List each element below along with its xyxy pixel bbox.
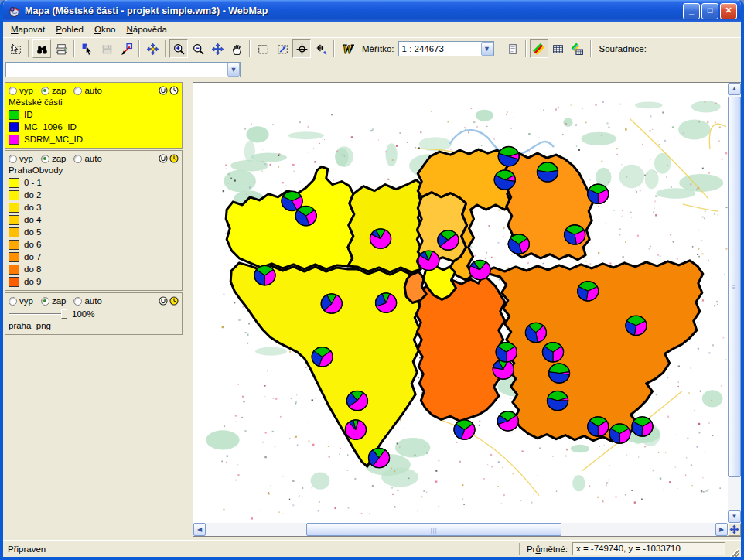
clock-icon[interactable] [169,296,179,306]
map-viewport[interactable] [193,83,728,523]
select-region-button[interactable] [6,39,25,58]
zoom-selection-button[interactable] [273,39,292,58]
table-button[interactable] [549,39,568,58]
pie-chart-marker[interactable] [542,343,563,362]
scroll-left-icon[interactable]: ◀ [193,523,206,536]
pie-chart-marker[interactable] [346,391,367,410]
menu-item-mapovat[interactable]: Mapovat [5,23,50,36]
horizontal-scrollbar[interactable]: ◀ ||| ▶ [193,523,728,536]
pan-arrows-button[interactable] [208,39,227,58]
maximize-button[interactable]: □ [701,3,718,19]
layer-panel-prahaobvody[interactable]: vyp zap auto PrahaObvody 0 - 1do 2do 3do… [5,150,183,291]
slider-handle[interactable] [61,309,67,319]
resize-grip[interactable] [728,545,739,557]
pie-chart-marker[interactable] [525,323,546,342]
pie-chart-marker[interactable] [438,230,459,250]
pie-chart-marker[interactable] [498,147,519,166]
pie-chart-marker[interactable] [565,225,585,244]
print-button[interactable] [52,39,70,58]
chevron-down-icon[interactable]: ▼ [481,42,493,56]
legend-button[interactable] [530,39,548,58]
pie-chart-marker[interactable] [321,294,342,313]
pan-corner-button[interactable] [728,523,741,536]
district-obvod-south[interactable] [416,275,504,421]
radio-zap[interactable]: zap [41,86,67,95]
pie-chart-marker[interactable] [454,420,475,439]
pie-chart-marker[interactable] [295,206,316,225]
info-icon[interactable] [159,296,168,306]
save-button[interactable] [97,39,116,58]
pie-chart-marker[interactable] [493,360,514,379]
pie-chart-marker[interactable] [588,417,609,436]
radio-auto[interactable]: auto [73,296,101,306]
move-node-button[interactable] [143,39,162,58]
clock-icon[interactable] [169,154,179,163]
pie-chart-marker[interactable] [609,424,630,443]
zoom-in-button[interactable] [169,39,188,58]
report-button[interactable] [503,39,522,58]
info-icon[interactable] [159,86,168,95]
scroll-down-icon[interactable]: ▼ [728,510,741,523]
pie-chart-marker[interactable] [588,184,609,203]
horizontal-scroll-thumb[interactable]: ||| [306,523,561,536]
scale-combobox[interactable]: 1 : 244673▼ [398,41,494,56]
menu-item-okno[interactable]: Okno [89,23,121,36]
layer-panel-mestske-casti[interactable]: vyp zap auto Městské části IDMC_1096_IDS… [5,82,183,149]
menu-item-npovda[interactable]: Nápověda [121,23,172,36]
pie-chart-marker[interactable] [508,234,529,254]
radio-auto[interactable]: auto [73,154,101,163]
prague-map[interactable] [193,83,728,523]
vertical-scrollbar[interactable]: ▲ ≡ ▼ [728,83,741,523]
pie-chart-marker[interactable] [312,347,333,367]
legend-table-button[interactable] [568,39,587,58]
full-extent-button[interactable] [254,39,272,58]
pie-chart-marker[interactable] [494,170,515,190]
close-button[interactable]: ✕ [720,3,737,19]
pie-chart-marker[interactable] [345,420,366,439]
pie-chart-marker[interactable] [547,391,568,410]
pie-chart-marker[interactable] [254,265,275,285]
pie-chart-marker[interactable] [418,251,439,270]
radio-auto[interactable]: auto [73,86,101,95]
clock-icon[interactable] [169,86,179,95]
pie-chart-marker[interactable] [496,343,517,362]
scroll-up-icon[interactable]: ▲ [728,83,741,95]
radio-zap[interactable]: zap [41,296,67,306]
title-bar[interactable]: Mapa (Městské části - projekt simple.wm3… [3,0,741,22]
webmap-logo-button[interactable]: W [338,39,357,58]
district-obvod-center-band[interactable] [417,193,466,261]
opacity-slider[interactable] [9,309,67,319]
center-go-button[interactable] [312,39,330,58]
menu-item-pohled[interactable]: Pohled [50,23,89,36]
minimize-button[interactable]: _ [683,3,700,19]
edit-redline-button[interactable] [117,39,135,58]
webmap-logo-icon: W [341,43,354,56]
zoom-out-button[interactable] [189,39,207,58]
select-arrow-button[interactable] [78,39,97,58]
scroll-right-icon[interactable]: ▶ [715,523,728,536]
layer-filter-combobox[interactable]: ▼ [5,62,241,77]
pie-chart-marker[interactable] [632,417,653,436]
find-button[interactable] [32,39,51,58]
radio-vyp[interactable]: vyp [9,86,33,95]
pie-chart-marker[interactable] [368,448,389,467]
center-button[interactable] [292,39,311,58]
hand-button[interactable] [227,39,246,58]
pie-chart-marker[interactable] [469,260,490,279]
layer-panel-praha-png[interactable]: vyp zap auto 100% praha_png [5,292,183,335]
info-icon[interactable] [159,154,168,163]
district-obvod-nw2[interactable] [348,180,423,272]
vertical-scroll-thumb[interactable]: ≡ [728,97,741,477]
svg-text:W: W [342,43,354,56]
pie-chart-marker[interactable] [626,316,647,335]
pie-chart-marker[interactable] [548,364,569,383]
pie-chart-marker[interactable] [370,229,391,248]
chevron-down-icon[interactable]: ▼ [227,63,240,77]
pie-chart-marker[interactable] [578,282,599,301]
radio-vyp[interactable]: vyp [9,154,33,163]
radio-zap[interactable]: zap [41,154,67,163]
pie-chart-marker[interactable] [497,411,518,431]
pie-chart-marker[interactable] [376,293,397,312]
pie-chart-marker[interactable] [537,162,558,182]
radio-vyp[interactable]: vyp [9,296,33,306]
